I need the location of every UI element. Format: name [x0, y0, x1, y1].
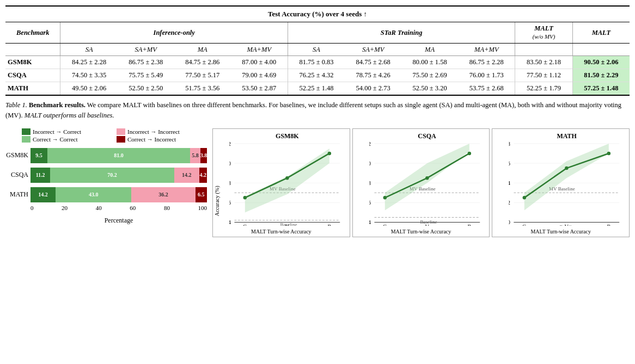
x-tick-60: 60 — [130, 205, 136, 211]
csqa-ma2: 75.50 ± 2.69 — [401, 69, 458, 82]
csqa-samv2: 78.75 ± 4.26 — [345, 69, 401, 82]
sa1-header: SA — [60, 44, 118, 56]
svg-point-59 — [523, 196, 526, 199]
svg-text:76: 76 — [369, 200, 371, 206]
svg-text:90: 90 — [229, 160, 231, 166]
x-tick-0: 0 — [30, 205, 34, 211]
malt-subheader — [572, 44, 630, 56]
svg-point-38 — [425, 176, 429, 179]
math-pink-seg: 36.2 — [131, 187, 195, 202]
csqa-sa2: 76.25 ± 4.32 — [288, 69, 345, 82]
svg-text:V: V — [425, 224, 429, 226]
csqa-pink-seg: 14.2 — [174, 168, 199, 183]
gsm8k-light-green-seg: 81.0 — [47, 148, 190, 163]
math-sa2: 52.25 ± 1.48 — [288, 82, 345, 96]
bar-x-axis-label: Percentage — [5, 217, 207, 225]
gsm8k-samv1: 86.75 ± 2.38 — [118, 56, 174, 69]
y-axis-label: Accuracy (%) — [214, 186, 220, 216]
gsm8k-malt-wo: 83.50 ± 2.18 — [515, 56, 572, 69]
svg-text:G: G — [522, 224, 527, 226]
svg-text:84: 84 — [229, 219, 231, 225]
gsm8k-bar-wrapper: 9.5 81.0 5.8 3.8 — [30, 148, 207, 163]
table-caption: Table 1. Benchmark results. We compare M… — [5, 100, 630, 121]
csqa-samv1: 75.75 ± 5.49 — [118, 69, 174, 82]
legend-correct-correct: Correct → Correct — [22, 136, 112, 143]
legend-correct-incorrect: Correct → Incorrect — [117, 136, 207, 143]
svg-text:78: 78 — [369, 180, 371, 186]
svg-text:86: 86 — [229, 200, 231, 206]
svg-point-15 — [243, 196, 247, 199]
svg-text:G: G — [383, 224, 387, 226]
svg-text:50: 50 — [509, 219, 510, 225]
legend-correct-correct-label: Correct → Correct — [33, 136, 77, 143]
csqa-bar-row: CSQA 11.2 70.2 14.2 4.2 — [5, 168, 207, 183]
malt-wo-mv-header: MALT(w/o MV) — [515, 22, 572, 44]
math-samv2: 54.00 ± 2.73 — [345, 82, 401, 96]
csqa-mamv2: 76.00 ± 1.73 — [458, 69, 515, 82]
x-tick-20: 20 — [62, 205, 68, 211]
csqa-label: CSQA — [5, 69, 60, 82]
gsm8k-row: GSM8K 84.25 ± 2.28 86.75 ± 2.38 84.75 ± … — [5, 56, 630, 69]
gsm8k-bar-row: GSM8K 9.5 81.0 5.8 3.8 — [5, 148, 207, 163]
svg-point-17 — [328, 151, 331, 155]
legend-incorrect-correct: Incorrect → Correct — [22, 128, 112, 135]
table-title: Test Accuracy (%) over 4 seeds ↑ — [5, 6, 630, 22]
svg-text:82: 82 — [369, 141, 371, 147]
svg-point-61 — [607, 151, 610, 155]
legend-correct-incorrect-label: Correct → Incorrect — [127, 136, 176, 143]
bar-chart: Incorrect → Correct Incorrect → Incorrec… — [5, 128, 207, 237]
x-tick-40: 40 — [96, 205, 102, 211]
math-dark-red-seg: 6.5 — [196, 187, 207, 202]
benchmark-subheader — [5, 44, 60, 56]
samv2-header: SA+MV — [345, 44, 401, 56]
csqa-sa1: 74.50 ± 3.35 — [60, 69, 118, 82]
bottom-section: Incorrect → Correct Incorrect → Incorrec… — [5, 128, 630, 237]
math-line-title: MATH — [509, 132, 625, 140]
svg-point-16 — [285, 176, 289, 179]
math-row: MATH 49.50 ± 2.06 52.50 ± 2.50 51.75 ± 3… — [5, 82, 630, 96]
csqa-bar-wrapper: 11.2 70.2 14.2 4.2 — [30, 168, 207, 183]
x-tick-80: 80 — [164, 205, 170, 211]
mamv2-header: MA+MV — [458, 44, 515, 56]
math-mamv2: 53.75 ± 2.68 — [458, 82, 515, 96]
legend-incorrect-incorrect-label: Incorrect → Incorrect — [127, 128, 180, 135]
gsm8k-svg: 84 86 88 90 92 Baseline MV Baseline — [229, 141, 345, 226]
svg-text:56: 56 — [509, 160, 510, 166]
csqa-malt: 81.50 ± 2.29 — [572, 69, 630, 82]
svg-text:52: 52 — [509, 200, 510, 206]
gsm8k-dark-green-seg: 9.5 — [30, 148, 47, 163]
gsm8k-sa1: 84.25 ± 2.28 — [60, 56, 118, 69]
legend-light-green-box — [22, 136, 30, 143]
gsm8k-sa2: 81.75 ± 0.83 — [288, 56, 345, 69]
chart-legend: Incorrect → Correct Incorrect → Incorrec… — [5, 128, 207, 143]
line-charts: GSM8K Accuracy (%) 84 86 88 90 92 Baseli… — [212, 128, 630, 237]
math-bar-row: MATH 14.2 43.0 36.2 6.5 — [5, 187, 207, 202]
csqa-light-green-seg: 70.2 — [50, 168, 174, 183]
math-malt: 57.25 ± 1.48 — [572, 82, 630, 96]
math-x-label: MALT Turn-wise Accuracy — [492, 229, 629, 235]
svg-marker-58 — [524, 143, 609, 210]
math-dark-green-seg: 14.2 — [30, 187, 56, 202]
csqa-svg: 74 76 78 80 82 Baseline MV Baseline — [369, 141, 485, 226]
legend-dark-green-box — [22, 128, 30, 135]
benchmark-header: Benchmark — [5, 22, 60, 44]
gsm8k-malt: 90.50 ± 2.06 — [572, 56, 630, 69]
svg-text:88: 88 — [229, 180, 231, 186]
svg-text:54: 54 — [509, 180, 510, 186]
legend-incorrect-incorrect: Incorrect → Incorrect — [117, 128, 207, 135]
math-samv1: 52.50 ± 2.50 — [118, 82, 174, 96]
svg-point-37 — [383, 196, 386, 199]
svg-point-39 — [467, 151, 471, 155]
svg-text:92: 92 — [229, 141, 231, 147]
math-sa1: 49.50 ± 2.06 — [60, 82, 118, 96]
bars-area: GSM8K 9.5 81.0 5.8 3.8 CSQA 11.2 70.2 14… — [5, 148, 207, 202]
gsm8k-line-chart: GSM8K Accuracy (%) 84 86 88 90 92 Baseli… — [212, 128, 350, 237]
svg-text:V: V — [565, 224, 569, 226]
mamv1-header: MA+MV — [231, 44, 288, 56]
csqa-x-label: MALT Turn-wise Accuracy — [353, 229, 490, 235]
gsm8k-pink-seg: 5.8 — [190, 148, 200, 163]
gsm8k-bar-label: GSM8K — [5, 151, 28, 159]
gsm8k-dark-red-seg: 3.8 — [200, 148, 207, 163]
benchmark-table: Test Accuracy (%) over 4 seeds ↑ Benchma… — [5, 5, 630, 121]
svg-text:80: 80 — [369, 160, 371, 166]
